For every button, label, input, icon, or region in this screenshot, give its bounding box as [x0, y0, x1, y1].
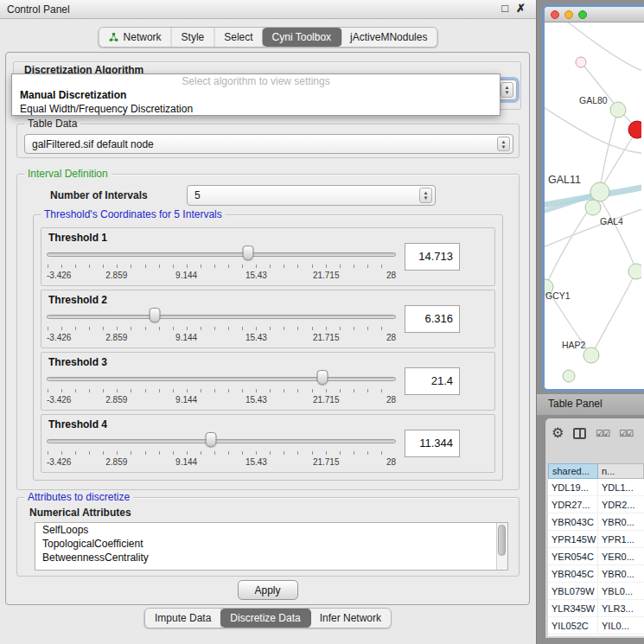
- threshold-3-value-field[interactable]: 21.4: [405, 367, 460, 395]
- cell-name[interactable]: YBR0...: [598, 513, 644, 530]
- close-icon[interactable]: ✗: [516, 2, 526, 15]
- apply-button[interactable]: Apply: [238, 580, 298, 600]
- tab-style[interactable]: Style: [172, 28, 215, 47]
- table-row[interactable]: YLR345W YLR3...: [548, 600, 644, 617]
- cell-name[interactable]: YDR2...: [598, 496, 644, 513]
- cell-shared-name[interactable]: YLR345W: [548, 600, 598, 616]
- cell-shared-name[interactable]: YDR27...: [548, 496, 598, 513]
- gear-icon[interactable]: ⚙: [552, 426, 564, 440]
- slider-thumb[interactable]: [150, 308, 161, 322]
- slider-track[interactable]: [47, 315, 396, 319]
- number-of-intervals-dropdown[interactable]: 5 ▲ ▼: [187, 185, 436, 206]
- dropdown-stepper-icon[interactable]: ▲ ▼: [501, 82, 513, 98]
- threshold-4-slider[interactable]: -3.426 2.859 9.144 15.43 21.715 28: [47, 434, 396, 470]
- network-view-window[interactable]: GAL80 GAL11 GAL4 GCY1 HAP2: [542, 4, 644, 392]
- cell-name[interactable]: YBR0...: [598, 565, 644, 582]
- table-row[interactable]: YIL052C YIL0...: [548, 617, 644, 634]
- list-item-topologicalcoefficient[interactable]: TopologicalCoefficient: [35, 537, 507, 551]
- table-row[interactable]: YDL19... YDL1...: [548, 479, 644, 496]
- network-node-gal11[interactable]: [590, 182, 609, 201]
- cell-shared-name[interactable]: YBR043C: [548, 513, 598, 530]
- slider-ticks: [48, 327, 395, 330]
- threshold-4-value-field[interactable]: 11.344: [405, 430, 460, 457]
- tab-infer-network[interactable]: Infer Network: [310, 609, 391, 628]
- scrollbar-thumb[interactable]: [498, 525, 506, 556]
- network-canvas[interactable]: GAL80 GAL11 GAL4 GCY1 HAP2: [545, 22, 641, 389]
- cell-name[interactable]: YIL0...: [598, 617, 644, 634]
- threshold-2-value-field[interactable]: 6.316: [405, 305, 460, 333]
- table-row[interactable]: YDR27... YDR2...: [548, 496, 644, 513]
- popup-option-equal-width-frequency[interactable]: Equal Width/Frequency Discretization: [12, 102, 500, 116]
- column-header-shared-name[interactable]: shared...: [548, 463, 598, 479]
- select-all-checkbox-icon[interactable]: ☑☑: [619, 429, 633, 438]
- close-traffic-light[interactable]: [551, 10, 559, 19]
- tab-jactivemnodules[interactable]: jActiveMNodules: [341, 28, 437, 47]
- tab-select[interactable]: Select: [214, 28, 263, 47]
- interval-definition-group: Interval Definition Number of Intervals …: [16, 174, 520, 490]
- tab-impute-data[interactable]: Impute Data: [145, 609, 221, 628]
- network-node-gal80[interactable]: [610, 102, 626, 118]
- network-node[interactable]: [563, 370, 575, 382]
- network-node-hap2[interactable]: [583, 348, 599, 363]
- cell-shared-name[interactable]: YIL052C: [548, 617, 598, 634]
- table-row[interactable]: YBR043C YBR0...: [548, 513, 644, 531]
- minimize-traffic-light[interactable]: [564, 10, 573, 19]
- popup-placeholder-option[interactable]: Select algorithm to view settings: [12, 74, 500, 88]
- table-data-dropdown[interactable]: galFiltered.sif default node ▲ ▼: [24, 134, 513, 154]
- slider-track[interactable]: [47, 439, 396, 443]
- list-item-betweennesscentrality[interactable]: BetweennessCentrality: [35, 551, 507, 564]
- zoom-traffic-light[interactable]: [578, 10, 587, 19]
- table-row[interactable]: YBL079W YBL0...: [548, 583, 644, 600]
- cell-name[interactable]: YER0...: [598, 548, 644, 564]
- threshold-4-panel: Threshold 4 -3.426 2.859 9.144 15.43 21.…: [41, 414, 495, 473]
- cell-shared-name[interactable]: YDL19...: [548, 479, 598, 495]
- network-icon: [109, 32, 119, 42]
- scale-label: 21.715: [313, 333, 340, 342]
- tab-discretize-data[interactable]: Discretize Data: [220, 609, 310, 628]
- threshold-1-slider[interactable]: -3.426 2.859 9.144 15.43 21.715 28: [47, 247, 396, 284]
- network-window-titlebar[interactable]: [545, 7, 644, 22]
- table-rows: YDL19... YDL1... YDR27... YDR2... YBR043…: [548, 479, 644, 636]
- node-label-gal4: GAL4: [600, 216, 623, 226]
- columns-icon[interactable]: [573, 428, 586, 439]
- attributes-group-label: Attributes to discretize: [24, 491, 133, 503]
- cell-name[interactable]: YPR1...: [598, 531, 644, 547]
- network-node[interactable]: [628, 264, 641, 279]
- dropdown-stepper-icon[interactable]: ▲ ▼: [497, 137, 510, 151]
- table-row[interactable]: YBR045C YBR0...: [548, 565, 644, 583]
- select-columns-checkbox-icon[interactable]: ☑☑: [596, 429, 609, 438]
- cell-shared-name[interactable]: YBR045C: [548, 565, 598, 582]
- threshold-3-slider[interactable]: -3.426 2.859 9.144 15.43 21.715 28: [47, 372, 396, 408]
- slider-track[interactable]: [47, 252, 396, 257]
- cell-shared-name[interactable]: YBL079W: [548, 583, 598, 599]
- table-row[interactable]: YPR145W YPR1...: [548, 531, 644, 548]
- slider-thumb[interactable]: [243, 245, 254, 260]
- cell-shared-name[interactable]: YPR145W: [548, 531, 598, 547]
- list-scrollbar[interactable]: [496, 523, 507, 570]
- cell-shared-name[interactable]: YER054C: [548, 548, 598, 564]
- number-of-intervals-label: Number of Intervals: [50, 189, 148, 201]
- popup-option-manual-discretization[interactable]: Manual Discretization: [12, 88, 500, 102]
- slider-thumb[interactable]: [317, 370, 328, 385]
- slider-thumb[interactable]: [205, 432, 216, 447]
- network-node-gal4[interactable]: [585, 200, 601, 215]
- numerical-attributes-list[interactable]: SelfLoops TopologicalCoefficient Between…: [35, 522, 508, 571]
- stepper-down-icon: ▼: [501, 144, 507, 150]
- column-header-name[interactable]: n...: [598, 463, 644, 479]
- network-node-selected-red[interactable]: [628, 121, 641, 138]
- threshold-1-value-field[interactable]: 14.713: [405, 243, 460, 271]
- table-row[interactable]: YER054C YER0...: [548, 548, 644, 565]
- network-node[interactable]: [576, 57, 586, 67]
- tab-network[interactable]: Network: [99, 28, 172, 47]
- threshold-2-slider[interactable]: -3.426 2.859 9.144 15.43 21.715 28: [47, 309, 396, 346]
- cell-name[interactable]: YBL0...: [598, 583, 644, 599]
- float-window-icon[interactable]: □: [501, 2, 508, 15]
- control-panel-titlebar[interactable]: Control Panel □ ✗: [0, 0, 536, 19]
- list-item-selfloops[interactable]: SelfLoops: [35, 523, 507, 537]
- cell-name[interactable]: YDL1...: [598, 479, 644, 495]
- slider-track[interactable]: [47, 377, 396, 381]
- tab-cyni-toolbox[interactable]: Cyni Toolbox: [263, 28, 341, 47]
- table-data-group: Table Data galFiltered.sif default node …: [16, 124, 520, 158]
- cell-name[interactable]: YLR3...: [598, 600, 644, 616]
- dropdown-stepper-icon[interactable]: ▲ ▼: [419, 188, 432, 203]
